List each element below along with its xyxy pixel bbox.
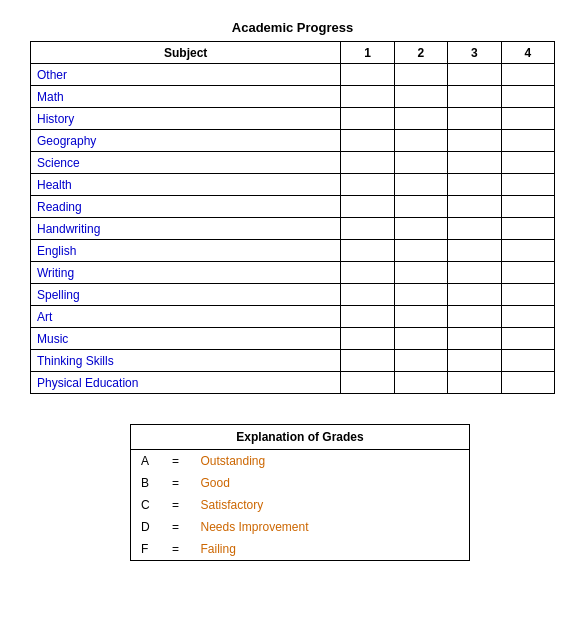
table-row: Math <box>31 86 555 108</box>
grades-title: Explanation of Grades <box>131 425 470 450</box>
grades-section: Explanation of Grades A=OutstandingB=Goo… <box>130 424 505 561</box>
grade-row: C=Satisfactory <box>131 494 470 516</box>
grade-cell <box>341 196 394 218</box>
grade-row: A=Outstanding <box>131 450 470 473</box>
grade-cell <box>501 350 554 372</box>
grade-cell <box>501 64 554 86</box>
grade-equals: = <box>161 450 191 473</box>
grade-cell <box>501 218 554 240</box>
grade-cell <box>394 372 447 394</box>
grade-cell <box>394 174 447 196</box>
subject-cell: Science <box>31 152 341 174</box>
grade-cell <box>394 196 447 218</box>
grade-letter: F <box>131 538 161 561</box>
subject-cell: Other <box>31 64 341 86</box>
grade-cell <box>341 372 394 394</box>
subject-cell: Geography <box>31 130 341 152</box>
grade-cell <box>501 174 554 196</box>
grade-description: Good <box>191 472 470 494</box>
grade-cell <box>501 152 554 174</box>
page-title: Academic Progress <box>30 20 555 35</box>
table-row: Physical Education <box>31 372 555 394</box>
grade-cell <box>341 152 394 174</box>
subject-cell: Music <box>31 328 341 350</box>
grade-cell <box>341 64 394 86</box>
table-row: Handwriting <box>31 218 555 240</box>
grade-cell <box>448 152 501 174</box>
grade-cell <box>394 350 447 372</box>
grade-cell <box>501 262 554 284</box>
grade-cell <box>448 64 501 86</box>
subject-cell: History <box>31 108 341 130</box>
subject-cell: English <box>31 240 341 262</box>
grade-equals: = <box>161 538 191 561</box>
grades-header-row: Explanation of Grades <box>131 425 470 450</box>
grade-cell <box>394 86 447 108</box>
table-row: History <box>31 108 555 130</box>
grade-cell <box>448 174 501 196</box>
grade-description: Satisfactory <box>191 494 470 516</box>
table-row: Music <box>31 328 555 350</box>
grade-cell <box>448 86 501 108</box>
table-row: Health <box>31 174 555 196</box>
grade-cell <box>394 64 447 86</box>
grade-cell <box>501 108 554 130</box>
grade-cell <box>501 284 554 306</box>
subject-cell: Reading <box>31 196 341 218</box>
grade-cell <box>448 130 501 152</box>
grade-cell <box>341 328 394 350</box>
grade-description: Outstanding <box>191 450 470 473</box>
table-row: Thinking Skills <box>31 350 555 372</box>
grades-table: Explanation of Grades A=OutstandingB=Goo… <box>130 424 470 561</box>
grade-cell <box>341 218 394 240</box>
subject-cell: Art <box>31 306 341 328</box>
grade-row: F=Failing <box>131 538 470 561</box>
subject-cell: Math <box>31 86 341 108</box>
grade-cell <box>341 284 394 306</box>
grade-cell <box>448 240 501 262</box>
col-header-1: 1 <box>341 42 394 64</box>
grade-row: B=Good <box>131 472 470 494</box>
grade-cell <box>394 284 447 306</box>
grade-cell <box>394 130 447 152</box>
grade-description: Failing <box>191 538 470 561</box>
subject-cell: Spelling <box>31 284 341 306</box>
grade-cell <box>448 218 501 240</box>
grade-equals: = <box>161 516 191 538</box>
academic-progress-table: Subject 1 2 3 4 OtherMathHistoryGeograph… <box>30 41 555 394</box>
table-header-row: Subject 1 2 3 4 <box>31 42 555 64</box>
subject-cell: Thinking Skills <box>31 350 341 372</box>
grade-cell <box>341 86 394 108</box>
table-row: Other <box>31 64 555 86</box>
grade-cell <box>501 196 554 218</box>
grade-cell <box>448 350 501 372</box>
grade-cell <box>341 240 394 262</box>
grade-letter: C <box>131 494 161 516</box>
grade-cell <box>501 306 554 328</box>
grade-cell <box>341 174 394 196</box>
grade-cell <box>448 328 501 350</box>
grade-cell <box>394 306 447 328</box>
subject-cell: Writing <box>31 262 341 284</box>
col-header-4: 4 <box>501 42 554 64</box>
table-row: Reading <box>31 196 555 218</box>
grade-cell <box>394 108 447 130</box>
grade-cell <box>394 218 447 240</box>
col-header-subject: Subject <box>31 42 341 64</box>
grade-cell <box>341 108 394 130</box>
grade-equals: = <box>161 494 191 516</box>
subject-cell: Health <box>31 174 341 196</box>
table-row: Writing <box>31 262 555 284</box>
grade-letter: A <box>131 450 161 473</box>
subject-cell: Handwriting <box>31 218 341 240</box>
grade-cell <box>501 130 554 152</box>
grade-cell <box>341 350 394 372</box>
grade-cell <box>394 262 447 284</box>
grade-letter: B <box>131 472 161 494</box>
grade-cell <box>448 306 501 328</box>
grade-equals: = <box>161 472 191 494</box>
table-row: Spelling <box>31 284 555 306</box>
table-row: Science <box>31 152 555 174</box>
grade-row: D=Needs Improvement <box>131 516 470 538</box>
grade-cell <box>341 130 394 152</box>
